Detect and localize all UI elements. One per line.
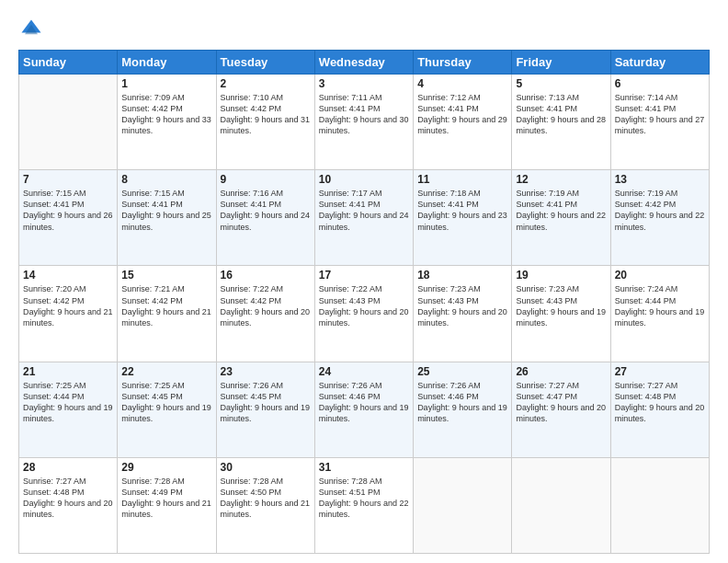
calendar-cell: 23Sunrise: 7:26 AMSunset: 4:45 PMDayligh… [216,362,314,457]
calendar-cell: 18Sunrise: 7:23 AMSunset: 4:43 PMDayligh… [414,266,512,362]
calendar-cell: 1Sunrise: 7:09 AMSunset: 4:42 PMDaylight… [118,75,216,170]
calendar-cell: 6Sunrise: 7:14 AMSunset: 4:41 PMDaylight… [610,75,709,170]
calendar-cell: 14Sunrise: 7:20 AMSunset: 4:42 PMDayligh… [19,266,118,362]
day-number: 16 [221,269,311,282]
day-info: Sunrise: 7:19 AMSunset: 4:41 PMDaylight:… [516,188,606,233]
weekday-header-monday: Monday [118,51,216,75]
calendar-week-row: 7Sunrise: 7:15 AMSunset: 4:41 PMDaylight… [19,170,710,266]
calendar-cell: 24Sunrise: 7:26 AMSunset: 4:46 PMDayligh… [314,362,413,457]
day-info: Sunrise: 7:27 AMSunset: 4:48 PMDaylight:… [615,380,705,425]
calendar-cell: 16Sunrise: 7:22 AMSunset: 4:42 PMDayligh… [216,266,314,362]
day-number: 26 [516,365,606,378]
calendar-cell: 2Sunrise: 7:10 AMSunset: 4:42 PMDaylight… [216,75,314,170]
day-info: Sunrise: 7:23 AMSunset: 4:43 PMDaylight:… [516,283,606,328]
day-number: 3 [319,77,409,90]
day-info: Sunrise: 7:28 AMSunset: 4:50 PMDaylight:… [221,476,311,521]
day-number: 4 [417,77,507,90]
calendar-cell [512,457,610,553]
day-number: 5 [516,77,606,90]
day-info: Sunrise: 7:26 AMSunset: 4:46 PMDaylight:… [417,380,507,425]
weekday-header-saturday: Saturday [610,51,709,75]
day-info: Sunrise: 7:11 AMSunset: 4:41 PMDaylight:… [319,92,409,137]
day-number: 29 [121,461,211,474]
day-info: Sunrise: 7:19 AMSunset: 4:42 PMDaylight:… [615,188,705,233]
day-info: Sunrise: 7:21 AMSunset: 4:42 PMDaylight:… [121,283,211,328]
calendar-cell: 13Sunrise: 7:19 AMSunset: 4:42 PMDayligh… [610,170,709,266]
day-info: Sunrise: 7:16 AMSunset: 4:41 PMDaylight:… [221,188,311,233]
calendar-week-row: 21Sunrise: 7:25 AMSunset: 4:44 PMDayligh… [19,362,710,457]
day-info: Sunrise: 7:15 AMSunset: 4:41 PMDaylight:… [121,188,211,233]
day-number: 12 [516,173,606,186]
page: SundayMondayTuesdayWednesdayThursdayFrid… [0,0,728,563]
day-number: 24 [319,365,409,378]
day-info: Sunrise: 7:26 AMSunset: 4:45 PMDaylight:… [221,380,311,425]
day-info: Sunrise: 7:12 AMSunset: 4:41 PMDaylight:… [417,92,507,137]
day-number: 22 [121,365,211,378]
calendar-cell: 5Sunrise: 7:13 AMSunset: 4:41 PMDaylight… [512,75,610,170]
calendar-cell: 30Sunrise: 7:28 AMSunset: 4:50 PMDayligh… [216,457,314,553]
calendar-cell: 15Sunrise: 7:21 AMSunset: 4:42 PMDayligh… [118,266,216,362]
day-number: 20 [615,269,705,282]
day-number: 7 [23,173,113,186]
weekday-header-wednesday: Wednesday [314,51,413,75]
day-number: 18 [417,269,507,282]
calendar-cell: 25Sunrise: 7:26 AMSunset: 4:46 PMDayligh… [414,362,512,457]
calendar-week-row: 28Sunrise: 7:27 AMSunset: 4:48 PMDayligh… [19,457,710,553]
calendar-cell: 3Sunrise: 7:11 AMSunset: 4:41 PMDaylight… [314,75,413,170]
calendar-cell: 4Sunrise: 7:12 AMSunset: 4:41 PMDaylight… [414,75,512,170]
day-info: Sunrise: 7:10 AMSunset: 4:42 PMDaylight:… [221,92,311,137]
day-number: 11 [417,173,507,186]
calendar-cell: 17Sunrise: 7:22 AMSunset: 4:43 PMDayligh… [314,266,413,362]
calendar-cell: 21Sunrise: 7:25 AMSunset: 4:44 PMDayligh… [19,362,118,457]
calendar-cell: 8Sunrise: 7:15 AMSunset: 4:41 PMDaylight… [118,170,216,266]
day-info: Sunrise: 7:25 AMSunset: 4:44 PMDaylight:… [23,380,113,425]
day-info: Sunrise: 7:23 AMSunset: 4:43 PMDaylight:… [417,283,507,328]
day-info: Sunrise: 7:28 AMSunset: 4:51 PMDaylight:… [319,476,409,521]
day-info: Sunrise: 7:27 AMSunset: 4:48 PMDaylight:… [23,476,113,521]
calendar-cell: 19Sunrise: 7:23 AMSunset: 4:43 PMDayligh… [512,266,610,362]
day-info: Sunrise: 7:20 AMSunset: 4:42 PMDaylight:… [23,283,113,328]
calendar-cell: 7Sunrise: 7:15 AMSunset: 4:41 PMDaylight… [19,170,118,266]
day-info: Sunrise: 7:15 AMSunset: 4:41 PMDaylight:… [23,188,113,233]
day-info: Sunrise: 7:13 AMSunset: 4:41 PMDaylight:… [516,92,606,137]
calendar-cell: 11Sunrise: 7:18 AMSunset: 4:41 PMDayligh… [414,170,512,266]
day-number: 8 [121,173,211,186]
day-number: 1 [121,77,211,90]
day-info: Sunrise: 7:14 AMSunset: 4:41 PMDaylight:… [615,92,705,137]
calendar-cell [610,457,709,553]
weekday-header-row: SundayMondayTuesdayWednesdayThursdayFrid… [19,51,710,75]
day-number: 31 [319,461,409,474]
day-number: 17 [319,269,409,282]
day-number: 21 [23,365,113,378]
calendar-cell: 31Sunrise: 7:28 AMSunset: 4:51 PMDayligh… [314,457,413,553]
weekday-header-sunday: Sunday [19,51,118,75]
day-number: 28 [23,461,113,474]
weekday-header-friday: Friday [512,51,610,75]
day-number: 2 [221,77,311,90]
day-number: 14 [23,269,113,282]
day-number: 13 [615,173,705,186]
day-info: Sunrise: 7:22 AMSunset: 4:42 PMDaylight:… [221,283,311,328]
calendar-cell: 20Sunrise: 7:24 AMSunset: 4:44 PMDayligh… [610,266,709,362]
calendar-week-row: 14Sunrise: 7:20 AMSunset: 4:42 PMDayligh… [19,266,710,362]
day-info: Sunrise: 7:17 AMSunset: 4:41 PMDaylight:… [319,188,409,233]
logo [18,17,48,42]
day-number: 27 [615,365,705,378]
calendar-week-row: 1Sunrise: 7:09 AMSunset: 4:42 PMDaylight… [19,75,710,170]
day-info: Sunrise: 7:28 AMSunset: 4:49 PMDaylight:… [121,476,211,521]
weekday-header-tuesday: Tuesday [216,51,314,75]
day-info: Sunrise: 7:27 AMSunset: 4:47 PMDaylight:… [516,380,606,425]
day-number: 30 [221,461,311,474]
day-number: 6 [615,77,705,90]
day-number: 10 [319,173,409,186]
day-info: Sunrise: 7:25 AMSunset: 4:45 PMDaylight:… [121,380,211,425]
calendar-cell: 9Sunrise: 7:16 AMSunset: 4:41 PMDaylight… [216,170,314,266]
day-info: Sunrise: 7:26 AMSunset: 4:46 PMDaylight:… [319,380,409,425]
logo-icon [18,17,44,42]
calendar-cell: 22Sunrise: 7:25 AMSunset: 4:45 PMDayligh… [118,362,216,457]
calendar-cell: 12Sunrise: 7:19 AMSunset: 4:41 PMDayligh… [512,170,610,266]
calendar-cell: 28Sunrise: 7:27 AMSunset: 4:48 PMDayligh… [19,457,118,553]
day-number: 19 [516,269,606,282]
calendar-cell: 29Sunrise: 7:28 AMSunset: 4:49 PMDayligh… [118,457,216,553]
day-info: Sunrise: 7:18 AMSunset: 4:41 PMDaylight:… [417,188,507,233]
